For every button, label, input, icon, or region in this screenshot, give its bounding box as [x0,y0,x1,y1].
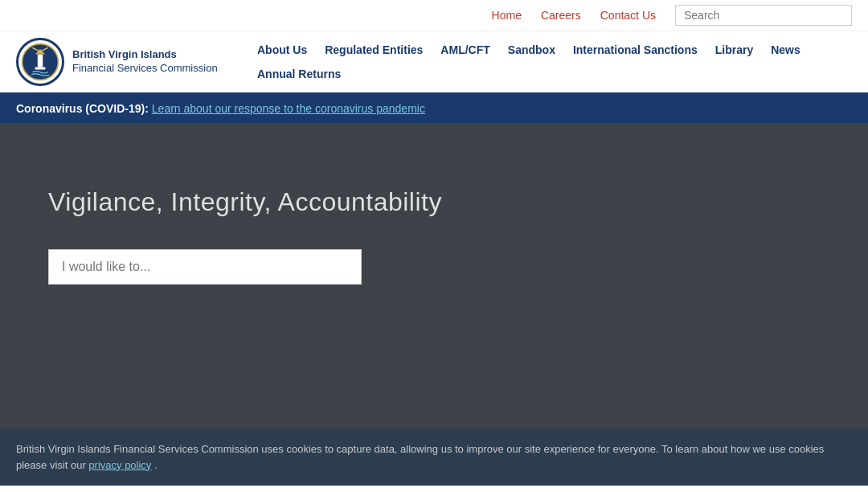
cookie-banner: British Virgin Islands Financial Service… [0,428,868,486]
nav-regulated-entities[interactable]: Regulated Entities [317,39,431,61]
nav-international-sanctions[interactable]: International Sanctions [565,39,706,61]
covid-prefix: Coronavirus (COVID-19): [16,102,149,115]
hero-section: Vigilance, Integrity, Accountability [0,123,868,428]
nav-about-us[interactable]: About Us [249,39,315,61]
logo-text: British Virgin Islands Financial Service… [72,48,218,76]
logo-area[interactable]: British Virgin Islands Financial Service… [16,31,249,92]
search-input[interactable] [675,5,852,26]
privacy-policy-link[interactable]: privacy policy [88,459,151,471]
nav-row-2: Annual Returns [249,63,852,85]
hero-search-input[interactable] [62,260,348,274]
svg-rect-1 [38,54,43,67]
logo-icon [16,38,64,86]
top-utility-bar: Home Careers Contact Us [0,0,868,31]
svg-rect-3 [35,67,46,69]
hero-tagline: Vigilance, Integrity, Accountability [48,187,820,217]
covid-link[interactable]: Learn about our response to the coronavi… [152,102,425,115]
hero-input-wrapper[interactable] [48,249,362,285]
home-link[interactable]: Home [492,9,522,22]
cookie-text-2: . [154,459,158,471]
careers-link[interactable]: Careers [541,9,581,22]
contact-link[interactable]: Contact Us [600,9,656,22]
nav-row-1: About Us Regulated Entities AML/CFT Sand… [249,39,852,61]
covid-banner: Coronavirus (COVID-19): Learn about our … [0,94,868,123]
nav-aml-cft[interactable]: AML/CFT [432,39,497,61]
nav-block: About Us Regulated Entities AML/CFT Sand… [249,31,852,92]
nav-library[interactable]: Library [707,39,761,61]
header-nav-wrapper: British Virgin Islands Financial Service… [0,31,868,94]
nav-news[interactable]: News [763,39,809,61]
nav-sandbox[interactable]: Sandbox [500,39,563,61]
nav-annual-returns[interactable]: Annual Returns [249,63,349,85]
